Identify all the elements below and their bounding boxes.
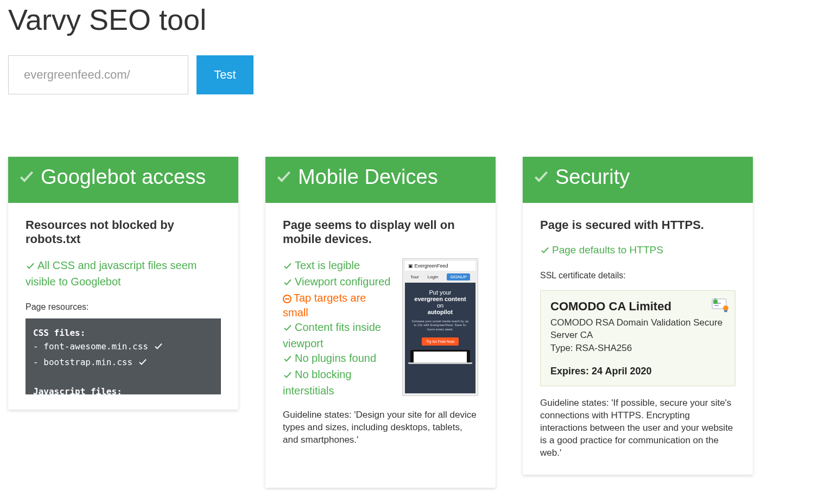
ssl-label: SSL certificate details:	[540, 271, 735, 280]
check-icon	[138, 357, 148, 371]
ssl-type: Type: RSA-SHA256	[550, 342, 725, 355]
ssl-expires: Expires: 24 April 2020	[550, 366, 725, 377]
check-icon	[26, 260, 35, 275]
code-header: CSS files:	[33, 326, 213, 340]
check-icon	[283, 276, 293, 291]
card-title: Mobile Devices	[298, 165, 438, 188]
mobile-check-item: Text is legible	[283, 258, 392, 275]
ssl-certificate-box: COMODO CA Limited COMODO RSA Domain Vali…	[540, 290, 735, 386]
phone-nav-item: Tour	[410, 275, 419, 279]
googlebot-subhead: Resources not blocked by robots.txt	[26, 218, 221, 246]
mobile-checks: Text is legibleViewport configuredTap ta…	[283, 258, 392, 398]
mobile-subhead: Page seems to display well on mobile dev…	[283, 218, 478, 246]
certificate-icon	[710, 297, 728, 315]
phone-preview: ▣ EvergreenFeed Tour Login SIGNUP Put yo…	[402, 258, 478, 396]
card-header-googlebot: Googlebot access	[8, 157, 238, 203]
card-mobile: Mobile Devices Page seems to display wel…	[265, 157, 496, 488]
mobile-check-item: No blocking interstitials	[283, 367, 392, 398]
check-icon	[283, 353, 293, 367]
security-check-line: Page defaults to HTTPS	[540, 244, 735, 258]
check-text: Page defaults to HTTPS	[552, 244, 663, 256]
mobile-check-item: Viewport configured	[283, 275, 392, 291]
check-icon	[540, 245, 550, 258]
check-icon	[283, 369, 293, 384]
check-text: All CSS and javascript files seem visibl…	[26, 259, 196, 288]
security-subhead: Page is secured with HTTPS.	[540, 218, 735, 232]
security-guideline: Guideline states: 'If possible, secure y…	[540, 397, 735, 460]
phone-nav-item: Login	[428, 275, 439, 279]
test-button[interactable]: Test	[196, 55, 253, 94]
phone-cta: Try for Free Now	[422, 337, 459, 346]
warning-icon	[283, 295, 291, 303]
check-icon	[532, 167, 550, 190]
card-header-mobile: Mobile Devices	[265, 157, 496, 203]
check-icon	[283, 322, 293, 336]
card-googlebot: Googlebot access Resources not blocked b…	[8, 157, 238, 410]
code-line: - bootstrap.min.css	[33, 355, 213, 371]
check-icon	[275, 167, 293, 190]
resources-label: Page resources:	[26, 302, 221, 312]
mobile-guideline: Guideline states: 'Design your site for …	[283, 409, 478, 446]
mobile-check-item: Tap targets are small	[283, 291, 392, 320]
check-icon	[18, 167, 35, 190]
check-icon	[283, 260, 293, 275]
svg-rect-2	[714, 305, 719, 306]
search-row: Test	[8, 55, 810, 94]
resources-code-box[interactable]: CSS files: - font-awesome.min.css - boot…	[26, 318, 221, 394]
card-title: Security	[555, 165, 630, 188]
svg-point-5	[723, 305, 728, 311]
phone-brand: ▣ EvergreenFeed	[405, 261, 475, 271]
ssl-issuer: COMODO CA Limited	[550, 299, 725, 314]
mobile-check-item: No plugins found	[283, 351, 392, 367]
phone-nav: Tour Login SIGNUP	[405, 271, 475, 283]
code-line: - font-awesome.min.css	[33, 340, 213, 355]
code-header: Javascript files:	[33, 385, 213, 394]
phone-nav-signup: SIGNUP	[447, 273, 470, 280]
phone-hero: Put your evergreen content on autopilot …	[405, 283, 475, 393]
card-header-security: Security	[523, 157, 753, 203]
page-title: Varvy SEO tool	[8, 3, 810, 36]
googlebot-check-line: All CSS and javascript files seem visibl…	[26, 258, 221, 289]
card-title: Googlebot access	[41, 165, 206, 188]
phone-laptop-graphic	[410, 350, 470, 364]
check-icon	[154, 341, 163, 355]
mobile-check-item: Content fits inside viewport	[283, 320, 392, 351]
card-security: Security Page is secured with HTTPS. Pag…	[523, 157, 753, 475]
ssl-full-name: COMODO RSA Domain Validation Secure Serv…	[550, 316, 725, 342]
result-cards: Googlebot access Resources not blocked b…	[8, 157, 810, 488]
url-input[interactable]	[8, 55, 188, 94]
